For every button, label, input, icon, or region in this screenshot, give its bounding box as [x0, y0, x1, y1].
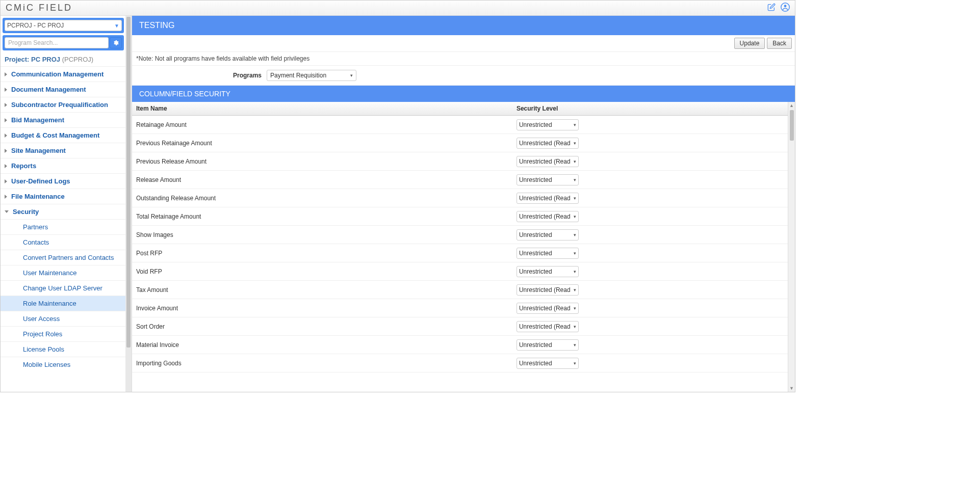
cell-security-level: Unrestricted (Read▾	[512, 189, 788, 207]
nav-sub-convert-partners-and-contacts[interactable]: Convert Partners and Contacts	[1, 250, 126, 265]
cell-security-level: Unrestricted▾	[512, 244, 788, 262]
table-row: Release AmountUnrestricted▾	[132, 171, 788, 189]
main-panel: TESTING Update Back *Note: Not all progr…	[132, 16, 795, 392]
caret-right-icon	[5, 179, 7, 183]
table-row: Material InvoiceUnrestricted▾	[132, 336, 788, 354]
security-level-select[interactable]: Unrestricted▾	[517, 358, 579, 369]
caret-down-icon: ▾	[574, 177, 576, 182]
table-row: Previous Release AmountUnrestricted (Rea…	[132, 152, 788, 171]
nav-sub-mobile-licenses[interactable]: Mobile Licenses	[1, 357, 126, 372]
nav-sub-role-maintenance[interactable]: Role Maintenance	[1, 296, 126, 311]
nav-sub-change-user-ldap-server[interactable]: Change User LDAP Server	[1, 280, 126, 296]
project-code: (PCPROJ)	[62, 56, 93, 63]
cell-item-name: Release Amount	[132, 171, 512, 189]
security-level-select[interactable]: Unrestricted▾	[517, 248, 579, 259]
search-settings-button[interactable]	[110, 37, 122, 48]
nav-group-user-defined-logs[interactable]: User-Defined Logs	[1, 173, 126, 189]
cell-item-name: Previous Release Amount	[132, 152, 512, 171]
caret-right-icon	[5, 164, 7, 168]
table-row: Outstanding Release AmountUnrestricted (…	[132, 189, 788, 207]
col-security-level[interactable]: Security Level	[512, 102, 788, 116]
security-level-select[interactable]: Unrestricted▾	[517, 174, 579, 185]
security-level-value: Unrestricted	[519, 231, 572, 238]
cell-security-level: Unrestricted▾	[512, 116, 788, 134]
security-level-select[interactable]: Unrestricted (Read▾	[517, 138, 579, 149]
cell-security-level: Unrestricted▾	[512, 354, 788, 372]
caret-right-icon	[5, 195, 7, 199]
nav-group-label: Site Management	[11, 147, 66, 154]
nav-group-subcontractor-prequalification[interactable]: Subcontractor Prequalification	[1, 97, 126, 112]
nav-group-document-management[interactable]: Document Management	[1, 82, 126, 97]
security-level-value: Unrestricted (Read	[519, 286, 572, 293]
caret-down-icon: ▾	[574, 361, 576, 366]
security-level-select[interactable]: Unrestricted (Read▾	[517, 321, 579, 332]
cell-item-name: Void RFP	[132, 262, 512, 281]
cell-security-level: Unrestricted▾	[512, 262, 788, 281]
user-icon[interactable]	[781, 3, 790, 13]
security-level-select[interactable]: Unrestricted▾	[517, 339, 579, 351]
security-level-select[interactable]: Unrestricted (Read▾	[517, 156, 579, 167]
nav-group-label: File Maintenance	[11, 193, 65, 200]
nav-group-label: Budget & Cost Management	[11, 131, 99, 139]
col-item-name[interactable]: Item Name	[132, 102, 512, 116]
security-level-select[interactable]: Unrestricted (Read▾	[517, 211, 579, 222]
nav-sub-user-access[interactable]: User Access	[1, 311, 126, 326]
cell-item-name: Show Images	[132, 226, 512, 244]
cell-security-level: Unrestricted (Read▾	[512, 207, 788, 226]
nav-sub-user-maintenance[interactable]: User Maintenance	[1, 265, 126, 280]
security-level-value: Unrestricted	[519, 268, 572, 275]
search-wrap	[3, 35, 124, 50]
nav-sub-license-pools[interactable]: License Pools	[1, 341, 126, 357]
nav-group-reports[interactable]: Reports	[1, 158, 126, 173]
security-level-value: Unrestricted (Read	[519, 158, 572, 165]
cell-security-level: Unrestricted▾	[512, 226, 788, 244]
caret-down-icon: ▾	[350, 73, 353, 78]
project-select-wrap: PCPROJ - PC PROJ ▼	[3, 18, 124, 33]
nav-group-security[interactable]: Security	[1, 204, 126, 219]
nav-sub-project-roles[interactable]: Project Roles	[1, 326, 126, 341]
sidebar-scrollbar-thumb[interactable]	[126, 17, 131, 348]
caret-down-icon: ▾	[574, 214, 576, 219]
app-container: CMiC FIELD PCPROJ - PC PROJ ▼	[0, 0, 795, 392]
nav-sub-partners[interactable]: Partners	[1, 219, 126, 234]
cell-item-name: Invoice Amount	[132, 299, 512, 317]
project-select[interactable]: PCPROJ - PC PROJ ▼	[5, 20, 122, 31]
nav-sub-contacts[interactable]: Contacts	[1, 234, 126, 250]
cell-security-level: Unrestricted (Read▾	[512, 152, 788, 171]
app-logo: CMiC FIELD	[6, 3, 72, 13]
update-button[interactable]: Update	[734, 38, 765, 49]
sidebar-scrollbar[interactable]	[125, 16, 132, 392]
security-level-value: Unrestricted (Read	[519, 323, 572, 330]
programs-value: Payment Requisition	[270, 72, 326, 79]
caret-down-icon: ▾	[574, 232, 576, 237]
table-scrollbar[interactable]: ▲ ▼	[788, 102, 795, 392]
nav-group-label: Communication Management	[11, 70, 104, 78]
nav-group-site-management[interactable]: Site Management	[1, 143, 126, 158]
caret-down-icon: ▾	[574, 196, 576, 201]
table-row: Post RFPUnrestricted▾	[132, 244, 788, 262]
nav-group-bid-management[interactable]: Bid Management	[1, 112, 126, 127]
cell-item-name: Previous Retainage Amount	[132, 134, 512, 152]
security-level-select[interactable]: Unrestricted (Read▾	[517, 303, 579, 314]
cell-security-level: Unrestricted (Read▾	[512, 134, 788, 152]
table-wrap: Item Name Security Level Retainage Amoun…	[132, 102, 795, 392]
nav-group-communication-management[interactable]: Communication Management	[1, 66, 126, 82]
search-input[interactable]	[5, 37, 109, 48]
security-level-select[interactable]: Unrestricted▾	[517, 266, 579, 277]
project-select-value: PCPROJ - PC PROJ	[7, 22, 64, 29]
nav-group-file-maintenance[interactable]: File Maintenance	[1, 189, 126, 204]
nav-group-budget-cost-management[interactable]: Budget & Cost Management	[1, 127, 126, 143]
security-level-select[interactable]: Unrestricted▾	[517, 119, 579, 130]
caret-right-icon	[5, 72, 7, 76]
table-row: Tax AmountUnrestricted (Read▾	[132, 281, 788, 299]
edit-icon[interactable]	[767, 3, 776, 13]
back-button[interactable]: Back	[767, 38, 792, 49]
nav-group-label: Document Management	[11, 86, 86, 93]
table-scrollbar-thumb[interactable]	[790, 110, 794, 141]
scroll-up-icon[interactable]: ▲	[789, 102, 794, 109]
programs-select[interactable]: Payment Requisition ▾	[267, 70, 356, 81]
security-level-select[interactable]: Unrestricted (Read▾	[517, 284, 579, 296]
security-level-select[interactable]: Unrestricted▾	[517, 229, 579, 240]
security-level-select[interactable]: Unrestricted (Read▾	[517, 193, 579, 204]
scroll-down-icon[interactable]: ▼	[789, 385, 794, 392]
